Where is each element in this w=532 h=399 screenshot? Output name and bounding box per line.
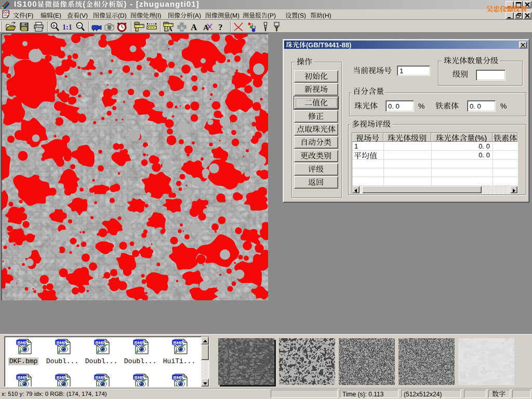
svg-text:BMP: BMP	[96, 340, 105, 345]
svg-text:BMP: BMP	[57, 340, 66, 345]
svg-text:A: A	[191, 22, 197, 32]
svg-text:?: ?	[218, 22, 223, 32]
svg-text:BMP: BMP	[96, 375, 105, 380]
svg-text:BMP: BMP	[135, 340, 144, 345]
svg-text:BMP: BMP	[174, 340, 183, 345]
svg-text:BMP: BMP	[18, 375, 28, 380]
svg-text:BMP: BMP	[57, 375, 66, 380]
svg-text:−: −	[78, 23, 81, 29]
svg-text:1:1: 1:1	[62, 23, 72, 31]
svg-text:BMP: BMP	[135, 375, 144, 380]
svg-text:+: +	[52, 23, 56, 29]
svg-text:DOC: DOC	[3, 11, 10, 14]
svg-text:BMP: BMP	[174, 375, 183, 380]
svg-text:A: A	[168, 25, 172, 33]
svg-text:BMP: BMP	[18, 340, 28, 345]
